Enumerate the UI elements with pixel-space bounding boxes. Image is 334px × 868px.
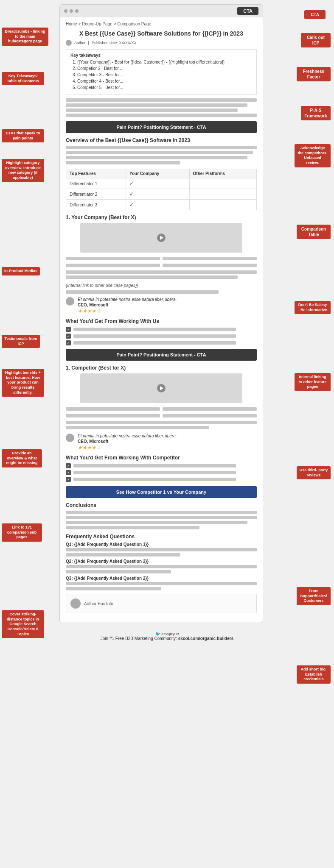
text-block xyxy=(66,156,247,159)
checkmark-icon: ✓ xyxy=(129,181,134,186)
breadcrumb[interactable]: Home > Round-Up Page > Comparison Page xyxy=(66,22,257,26)
faq-q2: Q2: {{Add Frequently Asked Question 2}} xyxy=(66,559,257,564)
twitter-handle: jessjoyce xyxy=(161,632,179,636)
cta-button-2[interactable]: Pain Point? Positioning Statement - CTA xyxy=(66,349,257,361)
feature-name: Differentiator 1 xyxy=(66,178,126,189)
competitor-play-triangle-icon xyxy=(160,386,163,390)
benefit-text xyxy=(73,341,236,345)
testimonial-stars: ★★★★☆ xyxy=(78,308,177,314)
competitor-play-icon[interactable] xyxy=(157,384,166,392)
text-block xyxy=(163,257,257,260)
table-header-features: Top Features xyxy=(66,169,126,178)
testimonial-avatar xyxy=(66,297,74,306)
key-takeaways-list: {{Your Company}} - Best for {{Ideal Cust… xyxy=(77,59,252,90)
faq-heading: Frequently Asked Questions xyxy=(66,534,257,540)
annotation-freshness: Freshness Factor xyxy=(297,67,331,81)
text-block xyxy=(66,426,209,429)
provide-overview-group xyxy=(66,407,257,429)
comp-benefit-check-icon: ✓ xyxy=(66,477,71,482)
annotation-highlight-cat: Highlight category overview. Introduce n… xyxy=(2,159,44,182)
annotation-from-support: From Support/Sales/ Customers xyxy=(297,587,331,605)
text-block xyxy=(66,114,257,117)
text-block xyxy=(66,264,160,267)
faq-q3: Q3: {{Add Frequently Asked Question 2}} xyxy=(66,576,257,581)
dont-be-salesy-group xyxy=(66,257,257,279)
video-placeholder[interactable] xyxy=(80,223,243,253)
conclusions-heading: Conclusions xyxy=(66,502,257,508)
text-block xyxy=(66,570,171,573)
text-block xyxy=(66,275,238,279)
annotation-third-party: Use third- party reviews xyxy=(297,466,331,479)
annotation-acknowledge: Acknowledge the competitors. Unbiased re… xyxy=(295,144,331,167)
faq-q1: Q1: {{Add Frequently Asked Question 1}} xyxy=(66,542,257,547)
text-block xyxy=(163,414,257,417)
annotation-provide-overview: Provide an overview & what might be miss… xyxy=(2,449,42,467)
browser-window: CTA Home > Round-Up Page > Comparison Pa… xyxy=(59,4,263,623)
benefit-check-icon: ✓ xyxy=(66,340,71,345)
annotation-pas: P-A-S Framework xyxy=(301,106,331,120)
annotation-ctas-pain: CTAs that speak to pain points xyxy=(2,129,44,142)
comp-benefit-item-3: ✓ xyxy=(66,477,257,482)
browser-content: Home > Round-Up Page > Comparison Page X… xyxy=(60,17,263,623)
comp-benefit-check-icon: ✓ xyxy=(66,470,71,475)
annotation-internal-linking: Internal linking to other feature pages xyxy=(295,373,331,391)
annotation-testimonials: Testimonials from ICP xyxy=(2,335,40,348)
browser-cta-button[interactable]: CTA xyxy=(237,7,258,15)
internal-link-text[interactable]: {Internal link to other use case pages}} xyxy=(66,283,257,288)
comp-benefit-text xyxy=(73,464,236,467)
text-block xyxy=(66,414,160,417)
testimonial-2-stars: ★★★★☆ xyxy=(78,445,177,451)
cta-button-1[interactable]: Pain Point? Positioning Statement - CTA xyxy=(66,121,257,133)
feature-name: Differentiator 3 xyxy=(66,200,126,210)
conclusions-section: Conclusions xyxy=(66,502,257,529)
your-company-heading: 1. Your Company (Best for X) xyxy=(66,214,257,220)
checkmark-icon: ✓ xyxy=(129,191,134,197)
twitter-icon: 🐦 xyxy=(155,632,160,636)
text-block xyxy=(66,98,257,102)
play-icon[interactable] xyxy=(157,234,166,242)
benefit-item-2: ✓ xyxy=(66,334,257,339)
annotation-link-1v1: Link to 1v1 comparison sub pages xyxy=(2,523,42,542)
annotation-key-takeaways: Key Takeaways/ Table of Contents xyxy=(2,72,44,85)
avatar xyxy=(66,40,72,46)
benefit-item-1: ✓ xyxy=(66,327,257,332)
comp-benefit-text xyxy=(73,471,236,474)
comp-benefit-check-icon: ✓ xyxy=(66,463,71,468)
other-check xyxy=(189,200,256,210)
comparison-table: Top Features Your Company Other Platform… xyxy=(66,169,257,210)
benefit-text xyxy=(73,334,236,338)
table-row: Differentiator 1 ✓ xyxy=(66,178,257,189)
list-item: Competitor 3 - Best for... xyxy=(77,72,252,78)
footer-text: Join #1 Free B2B Marketing Community: xyxy=(101,636,177,641)
testimonial-2-author: CEO, Microsoft xyxy=(78,439,177,444)
text-block xyxy=(66,407,160,411)
author-label: Author xyxy=(74,41,86,45)
play-triangle-icon xyxy=(160,236,163,240)
text-block xyxy=(66,421,257,424)
other-check xyxy=(189,178,256,189)
your-company-check: ✓ xyxy=(126,200,190,210)
competitor-heading: 1. Competior (Best for X) xyxy=(66,365,257,371)
testimonial-2-content: Et omnia in potestate nostra esse natura… xyxy=(78,434,177,451)
feature-name: Differentiator 2 xyxy=(66,189,126,200)
text-block xyxy=(66,582,257,585)
table-header-other: Other Platforms xyxy=(189,169,256,178)
annotation-breadcrumbs: Breadcrumbs - linking to the main hub/ca… xyxy=(2,28,48,46)
competitor-benefits-heading: What You'd Get From Working With Competi… xyxy=(66,455,257,461)
text-block xyxy=(66,290,219,294)
your-company-check: ✓ xyxy=(126,178,190,189)
competitor-video-placeholder[interactable] xyxy=(80,373,243,403)
testimonial-2-quote: Et omnia in potestate nostra esse natura… xyxy=(78,434,177,438)
key-takeaways-heading: Key takeaways xyxy=(70,53,252,58)
text-block xyxy=(66,526,199,529)
footer-link[interactable]: skool.com/organic-builders xyxy=(178,636,234,641)
text-block xyxy=(66,161,180,164)
page-title: X Best {{Use Case}} Software Solutions f… xyxy=(66,30,257,37)
blue-cta-button[interactable]: See How Competitor 1 vs Your Company xyxy=(66,486,257,498)
text-block xyxy=(66,565,257,568)
testimonial-2-avatar xyxy=(66,434,74,442)
comp-benefit-item-1: ✓ xyxy=(66,463,257,468)
checkmark-icon: ✓ xyxy=(129,202,134,208)
text-block xyxy=(66,146,257,149)
testimonial-content: Et omnia in potestate nostra esse natura… xyxy=(78,297,177,314)
